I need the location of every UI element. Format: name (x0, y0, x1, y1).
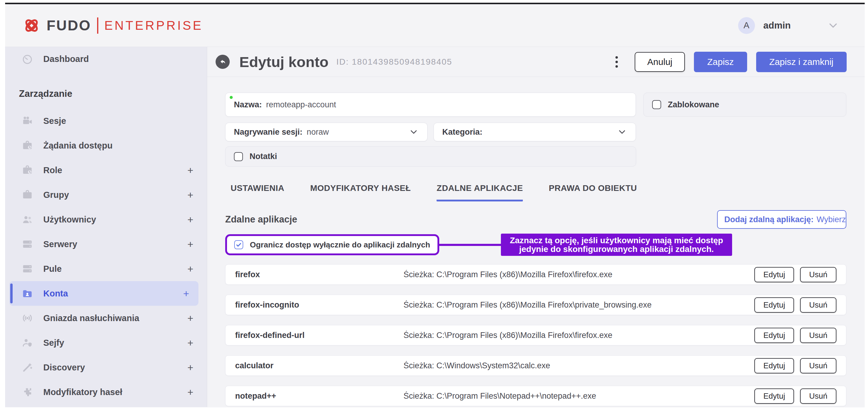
add-plus-icon[interactable]: + (187, 164, 193, 176)
add-plus-icon[interactable]: + (187, 386, 193, 398)
broadcast-icon (22, 312, 33, 324)
add-plus-icon[interactable]: + (187, 263, 193, 275)
edit-app-button[interactable]: Edytuj (754, 358, 794, 374)
remote-app-row: calculator Ścieżka: C:\Windows\System32\… (225, 355, 846, 376)
sidebar-item-role[interactable]: Role + (5, 158, 207, 183)
restrict-access-checkbox[interactable] (234, 240, 243, 249)
add-plus-icon[interactable]: + (187, 362, 193, 374)
app-name: calculator (235, 361, 403, 371)
edit-app-button[interactable]: Edytuj (754, 388, 794, 404)
add-plus-icon[interactable]: + (187, 312, 193, 324)
name-value[interactable]: remoteapp-account (266, 100, 336, 109)
category-select[interactable]: Kategoria: (434, 123, 636, 141)
sidebar-item-dashboard[interactable]: Dashboard (5, 51, 207, 67)
add-plus-icon[interactable]: + (187, 214, 193, 225)
app-path: Ścieżka: C:\Program Files\Notepad++\note… (403, 391, 754, 401)
restrict-access-option[interactable]: Ogranicz dostęp wyłącznie do aplikacji z… (225, 234, 439, 255)
back-arrow-icon (219, 58, 227, 66)
edit-app-button[interactable]: Edytuj (754, 297, 794, 313)
remote-app-row: firefox-incognito Ścieżka: C:\Program Fi… (225, 295, 846, 315)
chevron-down-icon (617, 127, 627, 137)
sidebar-item-uzytkownicy[interactable]: Użytkownicy + (5, 207, 207, 232)
restrict-access-row: Ogranicz dostęp wyłącznie do aplikacji z… (225, 234, 846, 255)
briefcase-clock-icon (22, 164, 33, 176)
remote-app-row: firefox Ścieżka: C:\Program Files (x86)\… (225, 264, 846, 285)
sidebar-item-zadania-dostepu[interactable]: Żądania dostępu (5, 133, 207, 158)
notes-checkbox[interactable] (234, 152, 243, 161)
add-plus-icon[interactable]: + (187, 189, 193, 201)
tab-modyfikatory-hasel[interactable]: MODYFIKATORY HASEŁ (310, 183, 411, 201)
blocked-checkbox[interactable] (652, 100, 661, 109)
app-path: Ścieżka: C:\Windows\System32\calc.exe (403, 361, 754, 371)
sidebar-item-gniazda-nasluchiwania[interactable]: Gniazda nasłuchiwania + (5, 306, 207, 330)
tab-prawa-do-obiektu[interactable]: PRAWA DO OBIEKTU (549, 183, 637, 201)
server-icon (22, 238, 33, 250)
delete-app-button[interactable]: Usuń (800, 267, 836, 282)
sidebar-item-pule[interactable]: Pule + (5, 256, 207, 281)
video-camera-icon (22, 115, 33, 127)
cancel-button[interactable]: Anuluj (635, 52, 685, 72)
app-name: firefox-incognito (235, 300, 403, 310)
briefcase-icon (22, 189, 33, 200)
app-name: firefox (235, 270, 403, 279)
session-recording-select[interactable]: Nagrywanie sesji: noraw (225, 123, 428, 141)
user-menu[interactable]: A admin (738, 17, 839, 34)
save-and-close-button[interactable]: Zapisz i zamknij (756, 52, 847, 72)
top-bar: FUDO ENTERPRISE A admin (5, 4, 865, 47)
delete-app-button[interactable]: Usuń (800, 297, 836, 313)
tab-zdalne-aplikacje[interactable]: ZDALNE APLIKACJE (437, 183, 523, 201)
sidebar-item-sesje[interactable]: Sesje (5, 108, 207, 133)
more-options-button[interactable] (611, 53, 622, 71)
delete-app-button[interactable]: Usuń (800, 388, 836, 404)
sidebar-item-serwery[interactable]: Serwery + (5, 232, 207, 256)
page-title: Edytuj konto (239, 54, 329, 70)
save-button[interactable]: Zapisz (694, 52, 747, 72)
sidebar-item-discovery[interactable]: Discovery + (5, 355, 207, 380)
page-header: Edytuj konto ID: 1801439850948198405 Anu… (207, 47, 865, 77)
briefcase-clock-icon (22, 140, 33, 151)
section-title: Zdalne aplikacje (225, 214, 297, 225)
notes-label: Notatki (250, 152, 277, 161)
app-path: Ścieżka: C:\Program Files (x86)\Mozilla … (403, 270, 754, 279)
blocked-field: Zablokowane (643, 93, 846, 117)
sidebar: Dashboard Zarządzanie Sesje Żądania dost… (5, 47, 207, 407)
folder-user-icon (22, 288, 33, 299)
sidebar-item-modyfikatory-hasel[interactable]: Modyfikatory haseł + (5, 380, 207, 404)
delete-app-button[interactable]: Usuń (800, 358, 836, 374)
account-id: ID: 1801439850948198405 (336, 57, 452, 67)
tab-ustawienia[interactable]: USTAWIENIA (230, 183, 284, 201)
chevron-down-icon (409, 127, 419, 137)
remote-app-row: notepad++ Ścieżka: C:\Program Files\Note… (225, 386, 846, 406)
edit-app-button[interactable]: Edytuj (754, 267, 794, 282)
name-label: Nazwa: (234, 100, 262, 109)
user-name: admin (763, 20, 791, 31)
sidebar-item-sejfy[interactable]: Sejfy + (5, 330, 207, 355)
delete-app-button[interactable]: Usuń (800, 328, 836, 343)
name-field[interactable]: Nazwa: remoteapp-account (225, 93, 636, 117)
chevron-down-icon[interactable] (827, 19, 839, 32)
account-form: Nazwa: remoteapp-account Zablokowane Nag… (207, 77, 865, 407)
add-plus-icon[interactable]: + (187, 238, 193, 250)
restrict-access-label: Ogranicz dostęp wyłącznie do aplikacji z… (250, 240, 430, 250)
edit-app-button[interactable]: Edytuj (754, 328, 794, 343)
brand-name: FUDO (46, 17, 91, 34)
sidebar-item-konta[interactable]: Konta + (9, 281, 198, 306)
session-recording-value: noraw (307, 127, 329, 137)
sidebar-section-title: Zarządzanie (5, 88, 207, 99)
remote-apps-list: firefox Ścieżka: C:\Program Files (x86)\… (225, 264, 846, 406)
add-plus-icon[interactable]: + (183, 288, 189, 299)
add-plus-icon[interactable]: + (187, 337, 193, 349)
sidebar-item-grupy[interactable]: Grupy + (5, 183, 207, 207)
annotation-connector-line (439, 244, 501, 246)
magic-wand-icon (22, 362, 33, 373)
notes-field: Notatki (225, 147, 636, 166)
brand-logo: FUDO ENTERPRISE (22, 16, 203, 35)
app-path: Ścieżka: C:\Program Files (x86)\Mozilla … (403, 300, 754, 310)
back-button[interactable] (216, 55, 230, 69)
add-remote-app-select[interactable]: Dodaj zdalną aplikację: Wybierz (717, 210, 846, 229)
app-path: Ścieżka: C:\Program Files (x86)\Mozilla … (403, 331, 754, 340)
puzzle-icon (22, 386, 33, 398)
user-shield-icon (22, 337, 33, 348)
tab-bar: USTAWIENIA MODYFIKATORY HASEŁ ZDALNE APL… (225, 183, 846, 201)
app-window: FUDO ENTERPRISE A admin Dashboard Zarząd… (5, 3, 865, 407)
